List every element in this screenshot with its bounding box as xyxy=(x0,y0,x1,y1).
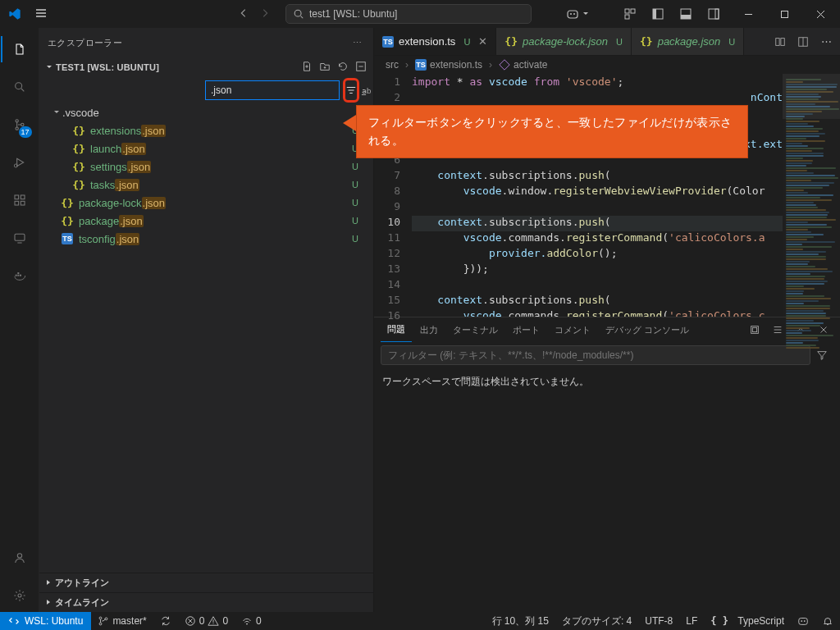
svg-point-14 xyxy=(15,83,21,89)
panel-tab-ports[interactable]: ポート xyxy=(506,317,546,342)
status-cursor[interactable]: 行 10、列 15 xyxy=(486,614,555,628)
outline-section[interactable]: アウトライン xyxy=(39,573,373,592)
refresh-icon[interactable] xyxy=(336,59,350,75)
toggle-panel-icon[interactable] xyxy=(674,3,697,25)
new-file-icon[interactable] xyxy=(299,59,314,75)
editor-tab[interactable]: {}package-lock.jsonU xyxy=(496,28,632,55)
svg-point-42 xyxy=(246,623,248,625)
nav-forward[interactable] xyxy=(259,7,271,21)
status-lang[interactable]: { } TypeScript xyxy=(704,615,791,627)
svg-rect-13 xyxy=(781,11,788,17)
svg-rect-1 xyxy=(568,11,578,18)
callout-arrow xyxy=(343,115,356,131)
window-minimize[interactable] xyxy=(730,0,766,28)
command-center[interactable]: test1 [WSL: Ubuntu] xyxy=(285,4,532,24)
tab-more-icon[interactable]: ⋯ xyxy=(815,35,837,48)
breadcrumbs[interactable]: src TS extension.ts activate xyxy=(374,56,840,74)
svg-point-2 xyxy=(570,13,572,15)
explorer-filter-toggle[interactable] xyxy=(343,78,359,103)
svg-point-29 xyxy=(18,594,21,597)
explorer-filter-input[interactable] xyxy=(205,80,340,100)
split-icon[interactable] xyxy=(792,36,814,48)
svg-point-45 xyxy=(804,620,806,622)
svg-rect-23 xyxy=(15,234,25,240)
panel-tab-debug[interactable]: デバッグ コンソール xyxy=(599,317,696,342)
file-row[interactable]: {}tasks.jsonU xyxy=(39,176,373,194)
svg-rect-6 xyxy=(625,15,629,19)
new-folder-icon[interactable] xyxy=(317,59,332,75)
problems-filter-input[interactable] xyxy=(381,345,810,365)
nav-back[interactable] xyxy=(238,7,249,21)
explorer-more-icon[interactable]: ⋯ xyxy=(349,36,365,50)
status-bell[interactable] xyxy=(815,615,840,627)
vscode-logo xyxy=(8,7,21,21)
file-row[interactable]: {}launch.jsonU xyxy=(39,139,373,158)
svg-rect-24 xyxy=(15,275,16,276)
timeline-section[interactable]: タイムライン xyxy=(39,592,373,612)
file-tree: .vscode {}extensions.jsonU{}launch.jsonU… xyxy=(39,103,373,253)
status-ports[interactable]: 0 xyxy=(235,615,268,627)
collapse-icon[interactable] xyxy=(354,59,368,75)
activity-debug[interactable] xyxy=(1,146,39,179)
explorer-filter-row: a̲b xyxy=(41,79,372,102)
svg-point-15 xyxy=(16,120,18,122)
bottom-panel: 問題 出力 ターミナル ポート コメント デバッグ コンソール ワークスペースで… xyxy=(374,317,840,612)
copilot-button[interactable] xyxy=(563,6,592,22)
status-sync[interactable] xyxy=(153,615,178,627)
status-encoding[interactable]: UTF-8 xyxy=(638,615,679,627)
svg-text:a̲b: a̲b xyxy=(361,86,371,95)
hamburger-menu[interactable] xyxy=(30,3,52,25)
file-row[interactable]: {}package.jsonU xyxy=(39,212,373,230)
activity-search[interactable] xyxy=(1,71,39,103)
activity-settings[interactable] xyxy=(1,579,39,612)
editor-tab[interactable]: TSextension.tsU✕ xyxy=(374,28,496,55)
layout-customize-icon[interactable] xyxy=(619,3,641,25)
file-row[interactable]: {}settings.jsonU xyxy=(39,158,373,176)
file-row[interactable]: TStsconfig.jsonU xyxy=(39,230,373,248)
svg-point-40 xyxy=(105,618,107,620)
toggle-primary-sidebar-icon[interactable] xyxy=(646,3,669,25)
svg-rect-22 xyxy=(21,195,25,199)
activity-scm[interactable]: 17 xyxy=(1,108,39,141)
window-close[interactable] xyxy=(802,0,838,28)
explorer-section-header[interactable]: TEST1 [WSL: UBUNTU] xyxy=(39,57,373,77)
search-icon xyxy=(293,8,304,20)
compare-icon[interactable] xyxy=(769,36,791,48)
activity-extensions[interactable] xyxy=(1,184,39,217)
window-maximize[interactable] xyxy=(766,0,802,28)
toggle-secondary-sidebar-icon[interactable] xyxy=(702,3,725,25)
svg-point-0 xyxy=(294,10,301,16)
file-row[interactable]: {}extensions.jsonU xyxy=(39,121,373,139)
file-row[interactable]: {}package-lock.jsonU xyxy=(39,194,373,212)
svg-rect-19 xyxy=(15,195,19,199)
status-eol[interactable]: LF xyxy=(679,615,704,627)
activity-account[interactable] xyxy=(1,541,39,574)
title-search-text: test1 [WSL: Ubuntu] xyxy=(309,8,397,20)
status-remote[interactable]: WSL: Ubuntu xyxy=(0,612,91,630)
folder-row[interactable]: .vscode xyxy=(39,103,373,121)
panel-clear-icon[interactable] xyxy=(745,324,765,336)
editor-tab[interactable]: {}package.jsonU xyxy=(632,28,744,55)
editor-tabs: TSextension.tsU✕{}package-lock.jsonU{}pa… xyxy=(374,28,840,56)
panel-tab-output[interactable]: 出力 xyxy=(413,317,445,342)
svg-point-38 xyxy=(99,617,102,619)
svg-point-44 xyxy=(801,620,802,622)
activity-docker[interactable] xyxy=(1,259,39,292)
svg-rect-32 xyxy=(776,38,779,45)
svg-rect-25 xyxy=(17,275,19,276)
svg-rect-12 xyxy=(715,9,719,19)
activity-remote[interactable] xyxy=(1,221,39,254)
activity-explorer[interactable] xyxy=(1,33,39,66)
status-spaces[interactable]: タブのサイズ: 4 xyxy=(555,614,638,628)
panel-tab-terminal[interactable]: ターミナル xyxy=(446,317,504,342)
svg-rect-27 xyxy=(17,272,19,274)
ts-icon: TS xyxy=(415,59,427,71)
svg-point-16 xyxy=(16,127,18,130)
status-branch[interactable]: master* xyxy=(91,615,153,627)
panel-tab-comments[interactable]: コメント xyxy=(548,317,597,342)
minimap[interactable] xyxy=(783,74,840,317)
status-copilot[interactable] xyxy=(791,615,815,627)
status-problems[interactable]: 0 0 xyxy=(178,615,235,627)
fuzzy-match-icon[interactable]: a̲b xyxy=(361,80,372,100)
svg-rect-43 xyxy=(799,619,808,625)
